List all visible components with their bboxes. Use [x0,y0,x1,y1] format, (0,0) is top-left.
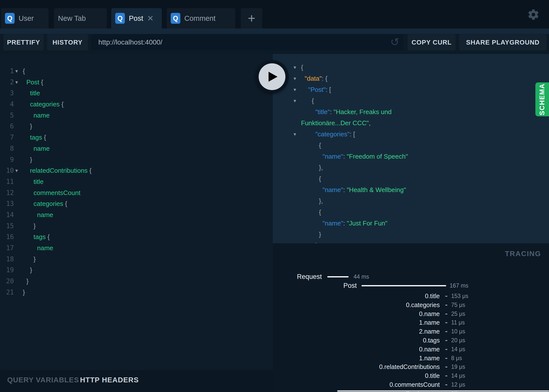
tab-bar-band [0,28,549,34]
line-number: 18 [0,254,14,265]
response-line: }, [273,196,549,207]
fold-arrow-icon[interactable]: ▾ [15,165,18,176]
fold-arrow-icon[interactable]: ▾ [294,84,296,95]
line-number: 4 [0,99,14,110]
line-number: 16 [0,231,14,243]
trace-row-time: 11 μs [451,318,465,327]
trace-row-dash [445,305,447,306]
fold-arrow-icon[interactable]: ▾ [294,62,296,73]
fold-arrow-icon[interactable]: ▾ [294,95,296,106]
line-number: 20 [0,276,14,287]
code-text: } [23,121,32,132]
trace-row-label: 0.categories [273,301,440,310]
refresh-schema-icon[interactable]: ↺ [390,35,399,49]
trace-row-label: 0.name [273,310,440,318]
prettify-button[interactable]: PRETTIFY [3,34,44,50]
response-text: { [301,207,321,218]
code-text: name [23,209,53,220]
tab-post[interactable]: QPost [111,8,162,34]
trace-row: 0.title153 μs [273,292,549,301]
code-text: } [23,287,25,298]
horizontal-scrollbar[interactable] [337,390,549,392]
editor-line: 15 } [0,220,273,232]
tab-label: Comment [184,14,216,23]
schema-tab[interactable]: SCHEMA [535,82,549,116]
editor-footer: QUERY VARIABLES HTTP HEADERS [0,370,273,392]
trace-row-label: 0.name [273,345,440,354]
trace-row-label: 0.tags [273,336,440,345]
play-icon [259,63,285,90]
trace-row-time: 10 μs [451,327,465,336]
editor-line: 10▾ relatedContributions { [0,165,273,176]
line-number: 11 [0,176,14,187]
response-line: } [273,229,549,240]
response-line: ▾ { [273,95,549,106]
trace-row-dash [445,384,447,385]
response-text: { [301,62,303,73]
editor-line: 20 } [0,276,273,287]
trace-span-bar [327,276,349,277]
trace-row-dash [445,322,447,323]
query-badge: Q [5,13,15,24]
response-line: ▾ "Post": [ [273,84,549,95]
editor-line: 2▾ Post { [0,77,273,88]
response-text: }, [301,162,323,173]
trace-row-label: 1.name [273,354,440,363]
response-text: "name": "Freedom of Speech" [301,151,408,162]
copy-curl-button[interactable]: COPY CURL [408,34,456,50]
tracing-title: TRACING [505,250,541,258]
trace-row: 1.name11 μs [273,318,549,327]
trace-row: 0.name25 μs [273,310,549,318]
code-text: name [23,110,50,121]
editor-line: 17 name [0,243,273,254]
trace-row-time: 20 μs [451,336,465,345]
response-text: }, [301,196,323,207]
response-text: } [301,229,321,240]
response-line: ▾{ [273,62,549,73]
line-number: 19 [0,265,14,276]
trace-row-label: 0.relatedContributions [273,363,440,371]
trace-row-time: 153 μs [451,292,468,301]
line-number: 17 [0,243,14,254]
fold-arrow-icon[interactable]: ▾ [294,73,296,84]
fold-arrow-icon[interactable]: ▾ [15,77,18,88]
trace-row-time: 14 μs [451,371,465,380]
query-editor[interactable]: 1▾{2▾ Post {3 title4 categories {5 name6… [0,54,273,370]
line-number: 8 [0,143,14,154]
trace-row-time: 12 μs [451,380,465,389]
query-variables-tab[interactable]: QUERY VARIABLES [7,376,79,384]
http-headers-tab[interactable]: HTTP HEADERS [80,376,139,384]
tab-label: Post [129,14,143,23]
execute-query-button[interactable] [255,60,289,93]
editor-line: 12 commentsCount [0,187,273,198]
fold-arrow-icon[interactable]: ▾ [15,66,18,77]
trace-span-post: Post167 ms [273,281,549,291]
session-toolbar: PRETTIFY HISTORY http://localhost:4000/ … [0,34,549,54]
response-text: ] [301,240,317,243]
trace-row-time: 14 μs [451,345,465,354]
response-text: { [301,140,321,151]
share-playground-button[interactable]: SHARE PLAYGROUND [459,34,547,50]
editor-line: 8 name [0,143,273,154]
trace-span-label: Request [273,272,322,282]
trace-row: 0.tags20 μs [273,336,549,345]
editor-line: 13 categories { [0,198,273,209]
endpoint-url-input[interactable]: http://localhost:4000/ ↺ [91,34,403,50]
trace-row-dash [445,358,447,359]
line-number: 13 [0,198,14,209]
line-number: 14 [0,209,14,220]
response-line: { [273,173,549,184]
history-button[interactable]: HISTORY [47,34,88,50]
close-tab-icon[interactable] [147,15,154,22]
code-text: Post { [23,77,43,88]
trace-row: 0.categories75 μs [273,301,549,310]
tracing-panel: TRACING Request44 msPost167 ms 0.title15… [273,243,549,392]
line-number: 12 [0,187,14,198]
fold-arrow-icon[interactable]: ▾ [294,129,296,140]
line-number: 1 [0,66,14,77]
settings-gear-icon[interactable] [527,8,540,21]
trace-row-dash [445,331,447,332]
editor-line: 5 name [0,110,273,121]
trace-row-dash [445,367,447,368]
response-line: "name": "Health & Wellbeing" [273,184,549,196]
